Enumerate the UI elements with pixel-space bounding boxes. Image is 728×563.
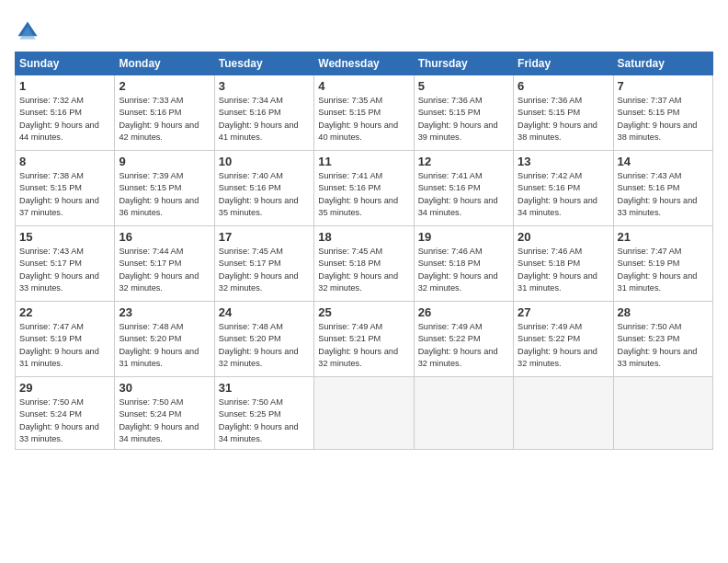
weekday-header: Wednesday xyxy=(314,52,414,75)
day-info: Sunrise: 7:48 AMSunset: 5:20 PMDaylight:… xyxy=(119,322,199,368)
weekday-header: Thursday xyxy=(414,52,513,75)
day-number: 31 xyxy=(219,381,310,395)
day-info: Sunrise: 7:37 AMSunset: 5:15 PMDaylight:… xyxy=(618,96,698,142)
calendar-day-cell: 17 Sunrise: 7:45 AMSunset: 5:17 PMDaylig… xyxy=(214,226,313,302)
calendar-day-cell: 24 Sunrise: 7:48 AMSunset: 5:20 PMDaylig… xyxy=(214,302,313,377)
day-info: Sunrise: 7:41 AMSunset: 5:16 PMDaylight:… xyxy=(418,171,498,217)
day-number: 25 xyxy=(318,305,409,319)
calendar-week-row: 8 Sunrise: 7:38 AMSunset: 5:15 PMDayligh… xyxy=(16,151,713,226)
day-number: 21 xyxy=(618,230,709,244)
day-info: Sunrise: 7:41 AMSunset: 5:16 PMDaylight:… xyxy=(318,171,398,217)
day-info: Sunrise: 7:49 AMSunset: 5:22 PMDaylight:… xyxy=(418,322,498,368)
calendar-day-cell: 3 Sunrise: 7:34 AMSunset: 5:16 PMDayligh… xyxy=(214,75,313,151)
calendar-day-cell xyxy=(414,377,513,450)
day-number: 10 xyxy=(219,155,310,168)
header xyxy=(15,15,713,44)
calendar-day-cell: 9 Sunrise: 7:39 AMSunset: 5:15 PMDayligh… xyxy=(115,151,214,226)
calendar-day-cell: 21 Sunrise: 7:47 AMSunset: 5:19 PMDaylig… xyxy=(613,226,712,302)
day-number: 26 xyxy=(418,305,509,319)
day-info: Sunrise: 7:46 AMSunset: 5:18 PMDaylight:… xyxy=(518,247,597,293)
calendar-day-cell: 19 Sunrise: 7:46 AMSunset: 5:18 PMDaylig… xyxy=(414,226,513,302)
calendar-day-cell: 29 Sunrise: 7:50 AMSunset: 5:24 PMDaylig… xyxy=(16,377,115,450)
day-number: 1 xyxy=(19,79,110,93)
day-number: 6 xyxy=(518,79,609,93)
day-info: Sunrise: 7:50 AMSunset: 5:25 PMDaylight:… xyxy=(219,397,299,443)
calendar-day-cell xyxy=(514,377,613,450)
day-number: 16 xyxy=(119,230,210,244)
calendar-day-cell: 6 Sunrise: 7:36 AMSunset: 5:15 PMDayligh… xyxy=(514,75,613,151)
calendar-day-cell xyxy=(613,377,712,450)
day-number: 13 xyxy=(518,155,609,168)
day-number: 23 xyxy=(119,305,210,319)
day-info: Sunrise: 7:47 AMSunset: 5:19 PMDaylight:… xyxy=(19,322,99,368)
calendar-week-row: 15 Sunrise: 7:43 AMSunset: 5:17 PMDaylig… xyxy=(16,226,713,302)
weekday-header: Friday xyxy=(514,52,613,75)
day-number: 20 xyxy=(518,230,609,244)
calendar-day-cell: 1 Sunrise: 7:32 AMSunset: 5:16 PMDayligh… xyxy=(16,75,115,151)
day-info: Sunrise: 7:33 AMSunset: 5:16 PMDaylight:… xyxy=(119,96,199,142)
day-info: Sunrise: 7:50 AMSunset: 5:24 PMDaylight:… xyxy=(119,397,199,443)
day-info: Sunrise: 7:32 AMSunset: 5:16 PMDaylight:… xyxy=(19,96,99,142)
day-info: Sunrise: 7:45 AMSunset: 5:18 PMDaylight:… xyxy=(318,247,398,293)
day-number: 12 xyxy=(418,155,509,168)
day-info: Sunrise: 7:44 AMSunset: 5:17 PMDaylight:… xyxy=(119,247,199,293)
day-info: Sunrise: 7:43 AMSunset: 5:17 PMDaylight:… xyxy=(19,247,99,293)
calendar-day-cell: 25 Sunrise: 7:49 AMSunset: 5:21 PMDaylig… xyxy=(314,302,414,377)
calendar-day-cell: 16 Sunrise: 7:44 AMSunset: 5:17 PMDaylig… xyxy=(115,226,214,302)
weekday-header: Tuesday xyxy=(214,52,313,75)
day-number: 15 xyxy=(19,230,110,244)
calendar-day-cell: 11 Sunrise: 7:41 AMSunset: 5:16 PMDaylig… xyxy=(314,151,414,226)
calendar-day-cell: 31 Sunrise: 7:50 AMSunset: 5:25 PMDaylig… xyxy=(214,377,313,450)
day-number: 9 xyxy=(119,155,210,168)
day-number: 29 xyxy=(19,381,110,395)
day-number: 30 xyxy=(119,381,210,395)
calendar-week-row: 1 Sunrise: 7:32 AMSunset: 5:16 PMDayligh… xyxy=(16,75,713,151)
weekday-header: Sunday xyxy=(16,52,115,75)
logo-icon xyxy=(15,18,40,44)
day-info: Sunrise: 7:40 AMSunset: 5:16 PMDaylight:… xyxy=(219,171,299,217)
calendar-day-cell: 15 Sunrise: 7:43 AMSunset: 5:17 PMDaylig… xyxy=(16,226,115,302)
day-number: 8 xyxy=(19,155,110,168)
calendar-day-cell: 4 Sunrise: 7:35 AMSunset: 5:15 PMDayligh… xyxy=(314,75,414,151)
day-number: 19 xyxy=(418,230,509,244)
calendar-day-cell: 18 Sunrise: 7:45 AMSunset: 5:18 PMDaylig… xyxy=(314,226,414,302)
calendar-day-cell: 30 Sunrise: 7:50 AMSunset: 5:24 PMDaylig… xyxy=(115,377,214,450)
day-info: Sunrise: 7:43 AMSunset: 5:16 PMDaylight:… xyxy=(618,171,698,217)
weekday-header-row: SundayMondayTuesdayWednesdayThursdayFrid… xyxy=(16,52,713,75)
calendar-day-cell: 12 Sunrise: 7:41 AMSunset: 5:16 PMDaylig… xyxy=(414,151,513,226)
calendar-day-cell: 13 Sunrise: 7:42 AMSunset: 5:16 PMDaylig… xyxy=(514,151,613,226)
calendar-day-cell: 2 Sunrise: 7:33 AMSunset: 5:16 PMDayligh… xyxy=(115,75,214,151)
day-info: Sunrise: 7:38 AMSunset: 5:15 PMDaylight:… xyxy=(19,171,99,217)
weekday-header: Monday xyxy=(115,52,214,75)
day-number: 2 xyxy=(119,79,210,93)
calendar-day-cell: 10 Sunrise: 7:40 AMSunset: 5:16 PMDaylig… xyxy=(214,151,313,226)
day-info: Sunrise: 7:36 AMSunset: 5:15 PMDaylight:… xyxy=(418,96,498,142)
logo xyxy=(15,18,44,44)
day-number: 22 xyxy=(19,305,110,319)
weekday-header: Saturday xyxy=(613,52,712,75)
calendar-week-row: 22 Sunrise: 7:47 AMSunset: 5:19 PMDaylig… xyxy=(16,302,713,377)
day-number: 14 xyxy=(618,155,709,168)
day-number: 28 xyxy=(618,305,709,319)
day-number: 24 xyxy=(219,305,310,319)
day-number: 11 xyxy=(318,155,409,168)
day-number: 27 xyxy=(518,305,609,319)
calendar-day-cell: 8 Sunrise: 7:38 AMSunset: 5:15 PMDayligh… xyxy=(16,151,115,226)
day-info: Sunrise: 7:45 AMSunset: 5:17 PMDaylight:… xyxy=(219,247,299,293)
day-number: 7 xyxy=(618,79,709,93)
day-number: 3 xyxy=(219,79,310,93)
day-info: Sunrise: 7:46 AMSunset: 5:18 PMDaylight:… xyxy=(418,247,498,293)
day-number: 17 xyxy=(219,230,310,244)
day-number: 4 xyxy=(318,79,409,93)
day-info: Sunrise: 7:39 AMSunset: 5:15 PMDaylight:… xyxy=(119,171,199,217)
day-number: 18 xyxy=(318,230,409,244)
day-number: 5 xyxy=(418,79,509,93)
page: SundayMondayTuesdayWednesdayThursdayFrid… xyxy=(0,0,728,459)
day-info: Sunrise: 7:49 AMSunset: 5:21 PMDaylight:… xyxy=(318,322,398,368)
day-info: Sunrise: 7:50 AMSunset: 5:23 PMDaylight:… xyxy=(618,322,698,368)
calendar-table: SundayMondayTuesdayWednesdayThursdayFrid… xyxy=(15,52,713,450)
calendar-day-cell: 27 Sunrise: 7:49 AMSunset: 5:22 PMDaylig… xyxy=(514,302,613,377)
day-info: Sunrise: 7:34 AMSunset: 5:16 PMDaylight:… xyxy=(219,96,299,142)
calendar-day-cell: 5 Sunrise: 7:36 AMSunset: 5:15 PMDayligh… xyxy=(414,75,513,151)
day-info: Sunrise: 7:50 AMSunset: 5:24 PMDaylight:… xyxy=(19,397,99,443)
